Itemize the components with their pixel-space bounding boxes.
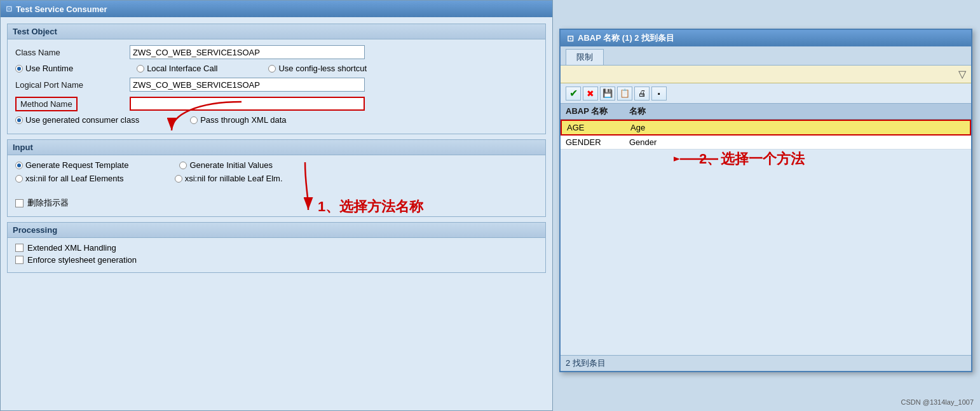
config-less-label: Use config-less shortcut bbox=[278, 64, 367, 73]
pass-through-label: Pass through XML data bbox=[200, 115, 286, 125]
annotation-text-1: 1、选择方法名称 bbox=[318, 197, 423, 216]
popup-status-bar: 2 找到条目 bbox=[561, 355, 971, 371]
gender-name-cell: Gender bbox=[629, 137, 657, 147]
table-row-age[interactable]: AGE Age bbox=[561, 120, 971, 136]
popup-status-text: 2 找到条目 bbox=[566, 358, 606, 369]
popup-table-body: AGE Age GENDER Gender bbox=[561, 120, 971, 150]
delete-indicator-checkbox-row[interactable]: 删除指示器 bbox=[15, 197, 538, 209]
radio-group-1: Use Runtime Local Interface Call Use con… bbox=[15, 64, 538, 73]
radio-group-2: Use generated consumer class Pass throug… bbox=[15, 115, 538, 125]
processing-section: Processing Extended XML Handling Enforce… bbox=[7, 222, 546, 273]
col-abap-header: ABAP 名称 bbox=[566, 106, 629, 117]
generate-initial-label: Generate Initial Values bbox=[189, 160, 273, 170]
use-generated-radio[interactable]: Use generated consumer class bbox=[15, 115, 139, 125]
use-generated-dot bbox=[15, 116, 23, 124]
local-interface-dot bbox=[137, 65, 144, 73]
toolbar-btn-save[interactable]: 💾 bbox=[600, 87, 615, 101]
use-generated-label: Use generated consumer class bbox=[25, 115, 139, 125]
method-name-label-text: Method Name bbox=[15, 97, 78, 111]
logical-port-input[interactable] bbox=[130, 78, 365, 92]
popup-title-text: ABAP 名称 (1) 2 找到条目 bbox=[578, 32, 674, 44]
popup-window: ⊡ ABAP 名称 (1) 2 找到条目 限制 ▽ ✔ ✖ 💾 📋 🖨 ▪ AB… bbox=[559, 29, 972, 372]
local-interface-radio[interactable]: Local Interface Call bbox=[137, 64, 217, 73]
col-name-header: 名称 bbox=[629, 106, 646, 117]
abap-header-text: ABAP 名称 bbox=[566, 106, 608, 116]
test-object-header: Test Object bbox=[8, 24, 545, 39]
test-object-section: Test Object Class Name Use Runtime Local… bbox=[7, 24, 546, 134]
input-radio-group-1: Generate Request Template Generate Initi… bbox=[15, 160, 538, 170]
popup-title-bar: ⊡ ABAP 名称 (1) 2 找到条目 bbox=[561, 30, 971, 46]
gender-abap-cell: GENDER bbox=[566, 137, 629, 147]
popup-table-header: ABAP 名称 名称 bbox=[561, 104, 971, 120]
logical-port-label: Logical Port Name bbox=[15, 80, 130, 90]
enforce-stylesheet-checkbox[interactable] bbox=[15, 256, 24, 264]
logical-port-row: Logical Port Name bbox=[15, 77, 538, 92]
test-object-body: Class Name Use Runtime Local Interface C… bbox=[8, 39, 545, 134]
delete-indicator-checkbox[interactable] bbox=[15, 199, 24, 207]
xsi-nil-all-label: xsi:nil for all Leaf Elements bbox=[25, 174, 124, 183]
method-name-row: Method Name bbox=[15, 96, 538, 111]
generate-initial-radio[interactable]: Generate Initial Values bbox=[179, 160, 273, 170]
delete-indicator-label: 删除指示器 bbox=[27, 197, 69, 209]
watermark: CSDN @1314lay_1007 bbox=[901, 398, 974, 406]
input-body: Generate Request Template Generate Initi… bbox=[8, 155, 545, 216]
name-header-text: 名称 bbox=[629, 106, 646, 116]
input-section: Input Generate Request Template Generate… bbox=[7, 139, 546, 217]
xsi-nil-nillable-dot bbox=[175, 175, 182, 183]
enforce-stylesheet-label: Enforce stylesheet generation bbox=[27, 255, 137, 265]
pass-through-dot bbox=[190, 116, 198, 124]
filter-icon: ▽ bbox=[958, 68, 966, 80]
processing-body: Extended XML Handling Enforce stylesheet… bbox=[8, 238, 545, 272]
xsi-nil-nillable-radio[interactable]: xsi:nil for nillable Leaf Elm. bbox=[175, 174, 283, 183]
toolbar-btn-print[interactable]: 🖨 bbox=[634, 87, 650, 101]
xsi-nil-all-radio[interactable]: xsi:nil for all Leaf Elements bbox=[15, 174, 124, 183]
main-title: Test Service Consumer bbox=[16, 4, 107, 14]
xsi-nil-all-dot bbox=[15, 175, 23, 183]
generate-request-dot bbox=[15, 162, 23, 169]
main-title-bar: ⊡ Test Service Consumer bbox=[1, 1, 552, 17]
toolbar-btn-cancel[interactable]: ✖ bbox=[583, 87, 598, 101]
age-name-cell: Age bbox=[630, 123, 645, 132]
pass-through-radio[interactable]: Pass through XML data bbox=[190, 115, 286, 125]
age-abap-cell: AGE bbox=[567, 123, 630, 132]
class-name-label: Class Name bbox=[15, 48, 130, 57]
config-less-dot bbox=[268, 65, 276, 73]
toolbar-btn-confirm[interactable]: ✔ bbox=[566, 87, 581, 101]
extended-xml-label: Extended XML Handling bbox=[27, 243, 116, 253]
extended-xml-row[interactable]: Extended XML Handling bbox=[15, 243, 538, 253]
popup-tab-restrict[interactable]: 限制 bbox=[566, 49, 604, 65]
input-header: Input bbox=[8, 140, 545, 155]
xsi-nil-nillable-label: xsi:nil for nillable Leaf Elm. bbox=[185, 174, 283, 183]
toolbar-btn-copy[interactable]: 📋 bbox=[617, 87, 632, 101]
method-name-label: Method Name bbox=[15, 99, 130, 109]
input-radio-group-2: xsi:nil for all Leaf Elements xsi:nil fo… bbox=[15, 174, 538, 183]
main-window: ⊡ Test Service Consumer Test Object Clas… bbox=[0, 0, 553, 411]
popup-title-icon: ⊡ bbox=[567, 34, 574, 43]
popup-filter-row: ▽ bbox=[561, 66, 971, 83]
class-name-row: Class Name bbox=[15, 45, 538, 60]
toolbar-btn-more[interactable]: ▪ bbox=[651, 87, 667, 101]
extended-xml-checkbox[interactable] bbox=[15, 244, 24, 252]
popup-toolbar: ✔ ✖ 💾 📋 🖨 ▪ bbox=[561, 83, 971, 104]
generate-request-label: Generate Request Template bbox=[25, 160, 128, 170]
window-icon: ⊡ bbox=[6, 4, 12, 13]
config-less-radio[interactable]: Use config-less shortcut bbox=[268, 64, 367, 73]
use-runtime-radio[interactable]: Use Runtime bbox=[15, 64, 73, 73]
generate-request-radio[interactable]: Generate Request Template bbox=[15, 160, 128, 170]
use-runtime-label: Use Runtime bbox=[25, 64, 73, 73]
popup-tab-bar: 限制 bbox=[561, 46, 971, 66]
local-interface-label: Local Interface Call bbox=[147, 64, 217, 73]
annotation-text-2: 2、选择一个方法 bbox=[699, 150, 805, 169]
table-row-gender[interactable]: GENDER Gender bbox=[561, 136, 971, 150]
generate-initial-dot bbox=[179, 162, 187, 169]
processing-header: Processing bbox=[8, 223, 545, 238]
use-runtime-dot bbox=[15, 65, 23, 73]
method-name-input[interactable] bbox=[130, 97, 365, 111]
enforce-stylesheet-row[interactable]: Enforce stylesheet generation bbox=[15, 255, 538, 265]
class-name-input[interactable] bbox=[130, 45, 365, 59]
main-content: Test Object Class Name Use Runtime Local… bbox=[1, 17, 552, 284]
